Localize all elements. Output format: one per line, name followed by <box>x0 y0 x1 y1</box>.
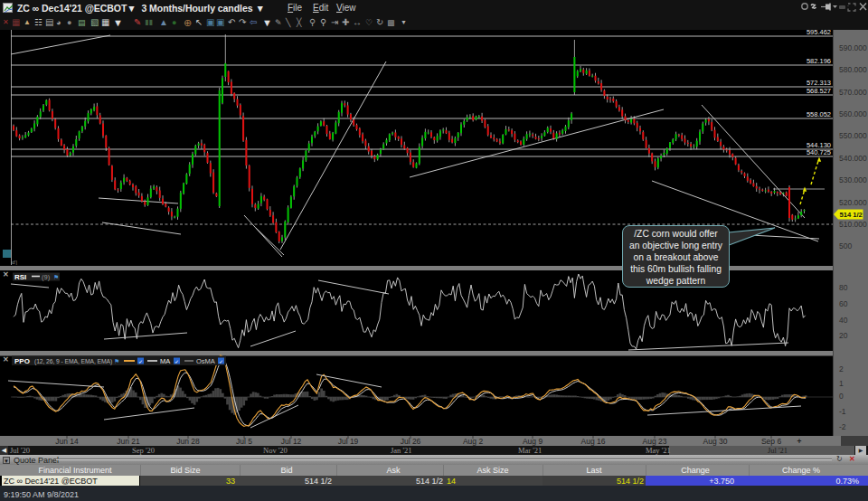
svg-text:520.000: 520.000 <box>839 198 867 207</box>
svg-text:(12, 26, 9 - EMA, EMA, EMA): (12, 26, 9 - EMA, EMA, EMA) <box>34 358 112 365</box>
svg-text:PPO: PPO <box>14 357 30 365</box>
svg-text:OsMA: OsMA <box>196 357 215 365</box>
svg-text:20: 20 <box>839 331 848 340</box>
svg-text:582.196: 582.196 <box>807 57 831 65</box>
svg-text:✓: ✓ <box>138 359 143 364</box>
svg-text:0: 0 <box>839 392 844 401</box>
svg-text:590.000: 590.000 <box>839 43 867 52</box>
svg-text:-2: -2 <box>839 422 846 431</box>
svg-text:514 1/2: 514 1/2 <box>840 211 863 219</box>
svg-text:+: + <box>797 437 802 446</box>
svg-text:60: 60 <box>839 299 848 308</box>
svg-text:550.000: 550.000 <box>839 131 867 140</box>
svg-text:MA: MA <box>160 357 170 365</box>
svg-text:570.000: 570.000 <box>839 88 867 97</box>
svg-text:d′|: d′| <box>12 260 17 265</box>
svg-text:558.052: 558.052 <box>807 110 831 118</box>
svg-text:✓: ✓ <box>219 359 223 364</box>
svg-text:RSI: RSI <box>14 273 26 281</box>
svg-text:1: 1 <box>839 379 844 388</box>
svg-text:✕: ✕ <box>3 355 9 364</box>
svg-text:540.725: 540.725 <box>807 148 831 156</box>
svg-text:✕: ✕ <box>3 270 9 279</box>
svg-text:510.000: 510.000 <box>839 220 867 229</box>
svg-text:530.000: 530.000 <box>839 175 867 184</box>
svg-text:⚑: ⚑ <box>53 274 59 280</box>
svg-text:572.313: 572.313 <box>807 79 831 87</box>
svg-text:40: 40 <box>839 316 848 325</box>
svg-text:✓: ✓ <box>175 359 179 364</box>
svg-text:-1: -1 <box>839 407 846 416</box>
svg-text:500: 500 <box>839 241 852 250</box>
svg-text:(9): (9) <box>42 273 51 281</box>
svg-text:540.000: 540.000 <box>839 154 867 163</box>
svg-text:⚑: ⚑ <box>114 358 119 364</box>
svg-text:568.527: 568.527 <box>807 87 831 95</box>
svg-text:2: 2 <box>839 364 844 373</box>
svg-text:80: 80 <box>839 283 848 292</box>
svg-text:580.000: 580.000 <box>839 65 867 74</box>
svg-text:560.000: 560.000 <box>839 109 867 118</box>
